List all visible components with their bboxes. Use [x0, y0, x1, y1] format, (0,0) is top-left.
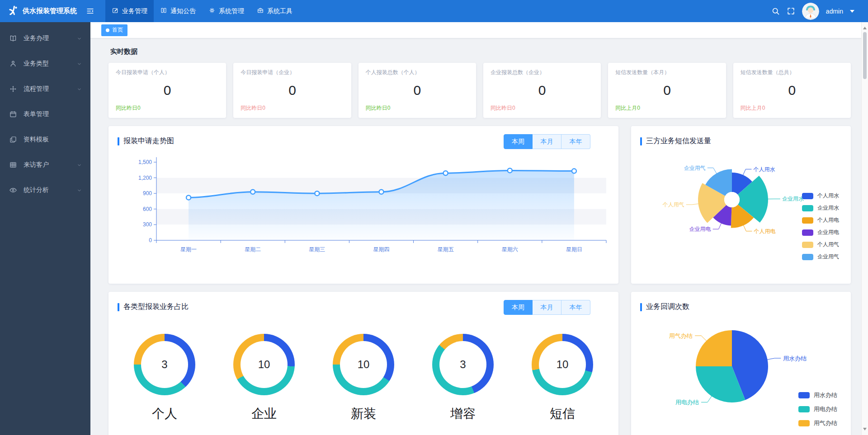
stat-card-footer: 同比昨日0 [491, 104, 594, 112]
navbar-right: admin [771, 3, 868, 20]
sidebar-item-label: 统计分析 [24, 186, 76, 194]
sidebar-item-form-management[interactable]: 表单管理 [0, 102, 90, 127]
scroll-up-arrow[interactable] [863, 25, 867, 29]
stat-card-value: 0 [116, 76, 219, 104]
fullscreen-icon[interactable] [787, 7, 795, 15]
stat-card-value: 0 [491, 76, 594, 104]
search-icon[interactable] [771, 7, 780, 15]
svg-text:用气办结: 用气办结 [669, 332, 693, 339]
stat-card-footer: 同比上月0 [615, 104, 718, 112]
ratio-donut-ring: 10 [233, 334, 295, 395]
stat-card: 短信发送数量（本月）0同比上月0 [608, 63, 726, 118]
stat-card: 短信发送数量（总共）0同比上月0 [733, 63, 851, 118]
panel-ratio-head: 各类型报装业务占比 本周本月本年 [108, 292, 618, 315]
app-logo-icon [6, 4, 19, 19]
scroll-down-arrow[interactable] [863, 428, 867, 432]
sidebar-item-label: 资料模板 [24, 136, 82, 144]
legend-item[interactable]: 个人用气 [802, 241, 839, 248]
panel-callback-head: 业务回调次数 [631, 292, 851, 312]
nav-tab-business-mgmt[interactable]: 业务管理 [105, 0, 154, 22]
sidebar-fold-icon[interactable] [83, 4, 97, 18]
stat-card: 个人报装总数（个人）0同比昨日0 [359, 63, 476, 118]
legend-item[interactable]: 用水办结 [798, 391, 837, 399]
scrollbar-thumb[interactable] [863, 32, 867, 79]
sidebar-item-business-type[interactable]: 业务类型 [0, 51, 90, 76]
stat-card-footer: 同比昨日0 [366, 104, 469, 112]
sidebar: 业务办理业务类型流程管理表单管理资料模板来访客户统计分析 [0, 22, 90, 435]
svg-text:个人用气: 个人用气 [662, 201, 684, 208]
nav-tab-system-mgmt[interactable]: 系统管理 [202, 0, 250, 22]
legend-label: 用水办结 [814, 391, 837, 399]
legend-label: 用气办结 [814, 419, 837, 427]
legend-chip [798, 392, 810, 398]
sidebar-item-label: 业务类型 [24, 60, 76, 68]
sidebar-item-statistics-analysis[interactable]: 统计分析 [0, 178, 90, 203]
legend-item[interactable]: 企业用气 [802, 253, 839, 261]
nav-tab-notice[interactable]: 通知公告 [154, 0, 202, 22]
toggle-week[interactable]: 本周 [504, 134, 533, 149]
scrollbar[interactable] [861, 22, 868, 435]
dashboard-content: 实时数据 今日报装申请（个人）0同比昨日0今日报装申请（企业）0同比昨日0个人报… [90, 38, 868, 435]
legend-item[interactable]: 用气办结 [798, 419, 837, 427]
legend-item[interactable]: 企业用水 [802, 204, 839, 212]
app-title: 供水报装管理系统 [23, 7, 77, 15]
svg-text:星期二: 星期二 [245, 246, 261, 253]
panel-sms-head: 三方业务短信发送量 [631, 126, 851, 146]
svg-text:600: 600 [143, 206, 152, 212]
nav-tab-label: 系统管理 [219, 7, 244, 15]
toggle-month[interactable]: 本月 [533, 134, 561, 149]
svg-text:用水办结: 用水办结 [783, 355, 807, 362]
svg-text:星期日: 星期日 [566, 246, 582, 253]
legend-label: 企业用水 [817, 204, 839, 212]
stat-card-label: 短信发送数量（本月） [615, 69, 718, 76]
svg-text:星期四: 星期四 [373, 246, 390, 253]
calendar-icon [9, 110, 18, 118]
legend-chip [802, 254, 813, 260]
ratio-range-toggle: 本周本月本年 [504, 300, 590, 315]
svg-text:个人用水: 个人用水 [753, 166, 775, 173]
sidebar-item-visiting-customers[interactable]: 来访客户 [0, 152, 90, 178]
legend-label: 个人用电 [817, 216, 839, 224]
ratio-donut-value: 10 [241, 341, 288, 388]
gear-icon [208, 7, 216, 15]
toggle-year[interactable]: 本年 [561, 300, 590, 315]
panel-trend-head: 报装申请走势图 本周本月本年 [108, 126, 618, 149]
svg-text:300: 300 [143, 221, 152, 228]
eye-icon [9, 186, 18, 194]
sidebar-item-label: 业务办理 [24, 34, 76, 42]
app-brand: 供水报装管理系统 [0, 4, 81, 19]
legend-chip [798, 406, 810, 412]
stat-card-label: 企业报装总数（企业） [491, 69, 594, 76]
legend-chip [798, 420, 810, 426]
stat-card-value: 0 [366, 76, 469, 104]
toggle-month[interactable]: 本月 [533, 300, 561, 315]
legend-item[interactable]: 个人用水 [802, 192, 839, 200]
stat-card-value: 0 [241, 76, 344, 104]
sidebar-item-data-template[interactable]: 资料模板 [0, 127, 90, 152]
ratio-donut-value: 3 [439, 341, 486, 388]
legend-item[interactable]: 用电办结 [798, 405, 837, 413]
ratio-donut-group: 3增容 [432, 334, 494, 422]
caret-down-icon[interactable] [850, 10, 854, 15]
legend-label: 企业用气 [817, 253, 839, 261]
chevron-down-icon [76, 36, 82, 42]
ratio-donut-value: 10 [340, 341, 387, 388]
legend-item[interactable]: 个人用电 [802, 216, 839, 224]
username[interactable]: admin [826, 8, 843, 15]
svg-text:1,200: 1,200 [138, 175, 152, 181]
ratio-donut-group: 10新装 [333, 334, 394, 422]
tab-home[interactable]: 首页 [101, 24, 127, 36]
sidebar-item-process-management[interactable]: 流程管理 [0, 76, 90, 102]
svg-text:1,500: 1,500 [138, 159, 152, 165]
panel-title-trend: 报装申请走势图 [118, 136, 174, 146]
toggle-week[interactable]: 本周 [504, 300, 533, 315]
ratio-donut-ring: 10 [333, 334, 394, 395]
nav-tab-system-tools[interactable]: 系统工具 [250, 0, 299, 22]
stat-card-label: 个人报装总数（个人） [366, 69, 469, 76]
sidebar-item-business-handling[interactable]: 业务办理 [0, 26, 90, 51]
avatar[interactable] [802, 3, 819, 20]
svg-text:企业用电: 企业用电 [689, 226, 711, 232]
toggle-year[interactable]: 本年 [561, 134, 590, 149]
svg-text:0: 0 [149, 237, 152, 243]
legend-item[interactable]: 企业用电 [802, 229, 839, 236]
